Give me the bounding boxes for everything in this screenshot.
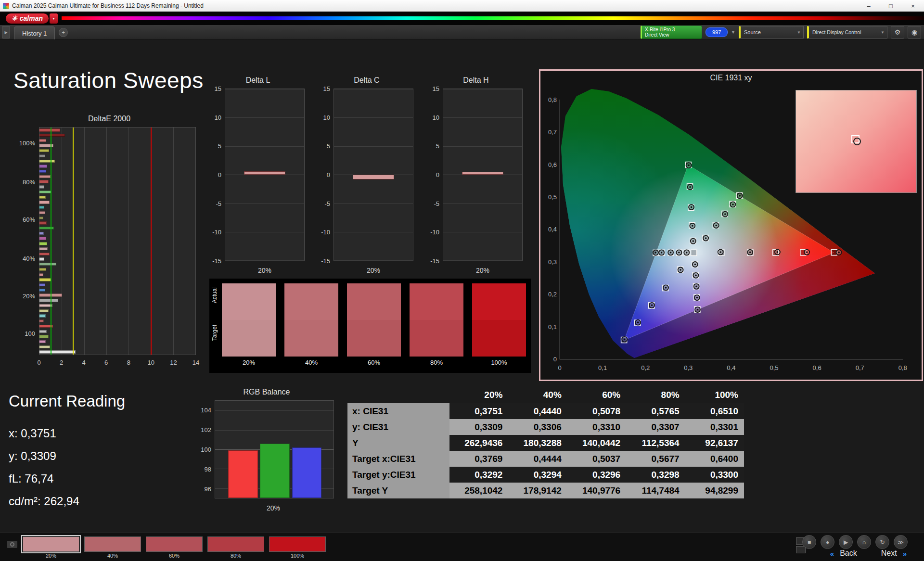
- minimize-button[interactable]: –: [858, 0, 880, 12]
- deltae-bar: [39, 170, 46, 173]
- grid-line: [334, 232, 413, 232]
- deltae-bar: [39, 242, 47, 245]
- reference-line: [51, 128, 51, 355]
- bottom-swatch-20%[interactable]: 20%: [23, 536, 79, 552]
- column-header: 100%: [685, 387, 744, 403]
- svg-text:0,6: 0,6: [813, 364, 821, 371]
- delta-l-chart: Delta L 151050-5-10-15 20%: [209, 76, 307, 274]
- deltae-bar: [39, 221, 47, 224]
- next-button[interactable]: Next: [881, 549, 897, 558]
- table-cell: 114,7484: [626, 483, 685, 498]
- deltae-bar: [39, 330, 47, 333]
- settings-gear-button[interactable]: ⚙: [891, 26, 904, 38]
- cie-1931-panel: CIE 1931 xy: [539, 69, 923, 381]
- back-button[interactable]: Back: [840, 549, 857, 558]
- grid-line: [334, 89, 413, 89]
- deltae-bar: [39, 196, 46, 199]
- chevron-down-icon[interactable]: ▼: [731, 30, 735, 35]
- deltae-bar: [39, 185, 44, 188]
- table-cell: 0,3298: [626, 467, 685, 483]
- refresh-button[interactable]: ↻: [875, 535, 889, 549]
- svg-text:0,4: 0,4: [548, 226, 557, 233]
- x-axis-label: 20%: [213, 504, 334, 512]
- grid-line: [225, 89, 304, 89]
- bottom-swatch-80%[interactable]: 80%: [207, 536, 264, 552]
- grid-line: [225, 232, 304, 232]
- tab-history-1[interactable]: History 1: [14, 26, 55, 39]
- close-button[interactable]: ×: [902, 0, 924, 12]
- x-axis-label: 20%: [225, 267, 305, 274]
- record-button[interactable]: ●: [821, 535, 834, 549]
- deltae-bar: [39, 139, 46, 142]
- swatch-percent-label: 100%: [270, 553, 325, 559]
- sweep-swatch-60%: 60%: [347, 283, 401, 357]
- column-header: 40%: [508, 387, 567, 403]
- reading-value: x: 0,3751: [9, 422, 125, 445]
- bottom-swatch-40%[interactable]: 40%: [84, 536, 141, 552]
- add-tab-button[interactable]: +: [59, 28, 68, 37]
- swatch-percent-label: 40%: [284, 359, 338, 366]
- table-cell: 140,9776: [567, 483, 626, 498]
- x-tick-label: 14: [192, 359, 199, 366]
- power-button[interactable]: ◉: [908, 26, 921, 38]
- green-bar: [260, 444, 290, 498]
- swatch-percent-label: 60%: [146, 553, 202, 559]
- bottom-swatch-100%[interactable]: 100%: [269, 536, 326, 552]
- grid-line: [84, 128, 85, 355]
- grid-line: [334, 117, 413, 118]
- deltae-ylabels: 100%80%60%40%20%100: [21, 127, 37, 355]
- display-control-dropdown[interactable]: Direct Display Control ▼: [807, 26, 887, 38]
- delta-bar: [462, 172, 503, 175]
- meter-device-button[interactable]: X-Rite i1Pro 3 Direct View: [641, 26, 702, 39]
- x-tick-label: 2: [60, 359, 63, 366]
- delta-bar: [244, 171, 285, 175]
- source-dropdown[interactable]: Source ▼: [739, 26, 804, 38]
- x-axis-label: 20%: [334, 267, 413, 274]
- bottom-swatch-60%[interactable]: 60%: [146, 536, 203, 552]
- deltae-bar: [39, 165, 47, 167]
- table-cell: 0,3769: [449, 451, 508, 467]
- y-tick-label: 5: [327, 142, 330, 150]
- grid-line: [443, 260, 522, 261]
- deltae-bar: [39, 232, 44, 235]
- chart-title: Delta L: [209, 76, 307, 87]
- table-row: Y262,9436180,3288140,0442112,536492,6137: [347, 435, 744, 451]
- table-cell: 0,6400: [685, 451, 744, 467]
- x-tick-label: 6: [104, 359, 108, 366]
- deltae-bar: [39, 237, 46, 240]
- table-cell: 0,3300: [685, 467, 744, 483]
- red-bar: [228, 450, 258, 498]
- grid-line: [215, 430, 334, 431]
- y-tick-label: 20%: [23, 292, 35, 299]
- skip-button[interactable]: ≫: [894, 535, 908, 549]
- play-button[interactable]: ▶: [839, 535, 853, 549]
- swatch-percent-label: 80%: [410, 359, 463, 366]
- stop-button[interactable]: ■: [802, 535, 816, 549]
- svg-text:0,3: 0,3: [548, 258, 557, 266]
- column-header: [347, 387, 449, 403]
- y-tick-label: -10: [212, 229, 221, 236]
- grid-line: [443, 175, 522, 175]
- y-tick-label: 0: [436, 171, 439, 178]
- deltae-bar: [39, 160, 55, 163]
- logo-menu-button[interactable]: ▼: [50, 13, 58, 24]
- device-mode: Direct View: [645, 32, 699, 38]
- panel-expander-button[interactable]: ▶: [2, 26, 10, 38]
- maximize-button[interactable]: □: [880, 0, 902, 12]
- grid-line: [443, 146, 522, 147]
- home-button[interactable]: ⌂: [857, 535, 871, 549]
- y-tick-label: 80%: [23, 178, 35, 185]
- svg-text:0,2: 0,2: [641, 364, 650, 371]
- svg-text:0,6: 0,6: [548, 161, 557, 168]
- chart-title: DeltaE 2000: [21, 115, 198, 125]
- current-reading: Current Reading x: 0,3751y: 0,3309fL: 76…: [9, 392, 125, 512]
- grid-line: [225, 203, 304, 204]
- deltae-bar: [39, 309, 49, 312]
- deltae-bar: [39, 154, 45, 157]
- y-tick-label: -15: [430, 257, 439, 265]
- reading-count-badge[interactable]: 997: [706, 27, 728, 37]
- measurement-table: 20%40%60%80%100%x: CIE310,37510,44400,50…: [347, 387, 744, 498]
- grid-line: [334, 203, 413, 204]
- delta-h-chart: Delta H 151050-5-10-15 20%: [427, 76, 525, 274]
- table-cell: 92,6137: [685, 435, 744, 451]
